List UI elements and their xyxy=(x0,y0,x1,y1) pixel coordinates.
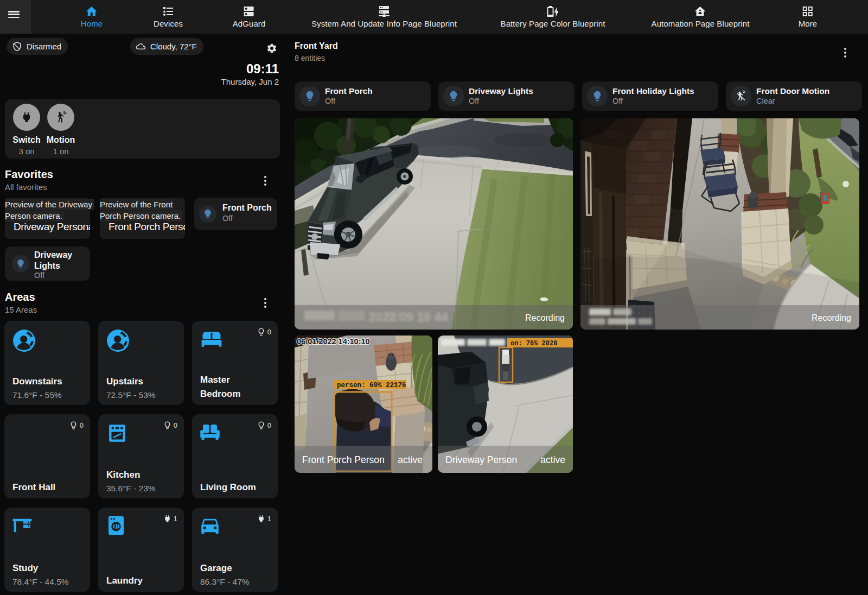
svg-text:Front Porch Person: Front Porch Person xyxy=(302,454,385,465)
svg-text:person: 60% 22176: person: 60% 22176 xyxy=(337,382,406,389)
svg-text:2022 09 10 44: 2022 09 10 44 xyxy=(368,310,448,324)
svg-text:active: active xyxy=(398,454,423,465)
svg-text:06/01/2022 14:10:10: 06/01/2022 14:10:10 xyxy=(297,337,370,346)
svg-text:active: active xyxy=(540,454,565,465)
svg-text:on: 76% 2028: on: 76% 2028 xyxy=(510,340,557,347)
svg-text:Driveway Person: Driveway Person xyxy=(445,454,517,465)
